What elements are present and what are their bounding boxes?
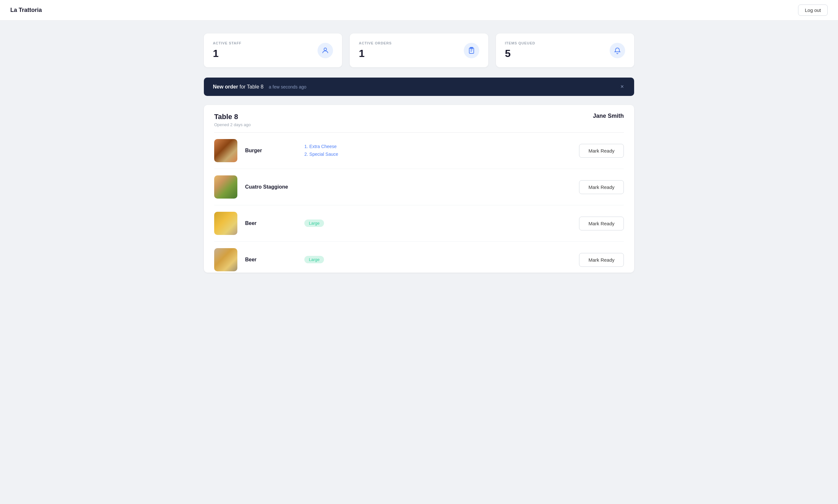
notification-content: New order for Table 8 a few seconds ago [213, 84, 306, 90]
clipboard-icon [468, 47, 475, 54]
bell-icon-wrap [610, 43, 625, 58]
order-header: Table 8 Opened 2 days ago Jane Smith [204, 105, 634, 132]
items-queued-card: ITEMS QUEUED 5 [496, 34, 634, 67]
main-content: ACTIVE STAFF 1 ACTIVE ORDERS 1 [194, 21, 644, 286]
logout-button[interactable]: Log out [798, 4, 828, 16]
order-table-name: Table 8 [214, 113, 250, 121]
item-name: Beer [245, 220, 297, 226]
person-icon [321, 47, 329, 54]
list-item: Beer Large Mark Ready [214, 242, 624, 273]
clipboard-icon-wrap [464, 43, 479, 58]
active-orders-value: 1 [359, 48, 391, 59]
notification-banner: New order for Table 8 a few seconds ago … [204, 77, 634, 96]
active-staff-card: ACTIVE STAFF 1 [204, 34, 342, 67]
active-orders-label: ACTIVE ORDERS [359, 41, 391, 45]
item-modifiers: 1. Extra Cheese 2. Special Sauce [304, 143, 571, 158]
stat-info: ACTIVE STAFF 1 [213, 41, 242, 59]
item-modifiers: Large [304, 219, 571, 227]
order-table-info: Table 8 Opened 2 days ago [214, 113, 250, 127]
list-item: Cuatro Staggione Mark Ready [214, 169, 624, 205]
notification-time: a few seconds ago [269, 84, 307, 89]
svg-point-0 [324, 48, 327, 51]
mark-ready-button[interactable]: Mark Ready [579, 180, 624, 194]
active-staff-label: ACTIVE STAFF [213, 41, 242, 45]
list-item: Burger 1. Extra Cheese 2. Special Sauce … [214, 132, 624, 169]
stat-info: ACTIVE ORDERS 1 [359, 41, 391, 59]
order-opened: Opened 2 days ago [214, 122, 250, 127]
item-name: Cuatro Staggione [245, 184, 297, 190]
notification-close-button[interactable]: × [619, 83, 625, 90]
items-queued-value: 5 [505, 48, 535, 59]
notification-text: New order for Table 8 a few seconds ago [213, 84, 306, 89]
item-modifiers: Large [304, 256, 571, 264]
bell-icon [613, 47, 621, 54]
order-staff: Jane Smith [593, 113, 624, 120]
item-name: Beer [245, 257, 297, 263]
person-icon-wrap [317, 43, 333, 58]
mark-ready-button[interactable]: Mark Ready [579, 253, 624, 267]
modifier-line: 1. Extra Cheese [304, 143, 571, 150]
list-item: Beer Large Mark Ready [214, 205, 624, 242]
item-image-beer2 [214, 248, 237, 271]
notification-suffix: for Table 8 [240, 84, 263, 89]
item-image-pizza [214, 175, 237, 199]
header: La Trattoria Log out [0, 0, 838, 21]
item-image-burger [214, 139, 237, 162]
active-staff-value: 1 [213, 48, 242, 59]
active-orders-card: ACTIVE ORDERS 1 [350, 34, 488, 67]
stats-row: ACTIVE STAFF 1 ACTIVE ORDERS 1 [204, 34, 634, 67]
stat-info: ITEMS QUEUED 5 [505, 41, 535, 59]
notification-prefix: New order [213, 84, 238, 89]
item-image-beer [214, 212, 237, 235]
items-queued-label: ITEMS QUEUED [505, 41, 535, 45]
modifier-line: 2. Special Sauce [304, 150, 571, 158]
app-title: La Trattoria [10, 7, 42, 14]
item-size-tag: Large [304, 219, 324, 227]
item-size-tag: Large [304, 256, 324, 263]
item-name: Burger [245, 148, 297, 154]
order-items-list: Burger 1. Extra Cheese 2. Special Sauce … [204, 132, 634, 273]
mark-ready-button[interactable]: Mark Ready [579, 144, 624, 158]
order-card: Table 8 Opened 2 days ago Jane Smith Bur… [204, 105, 634, 273]
mark-ready-button[interactable]: Mark Ready [579, 217, 624, 231]
